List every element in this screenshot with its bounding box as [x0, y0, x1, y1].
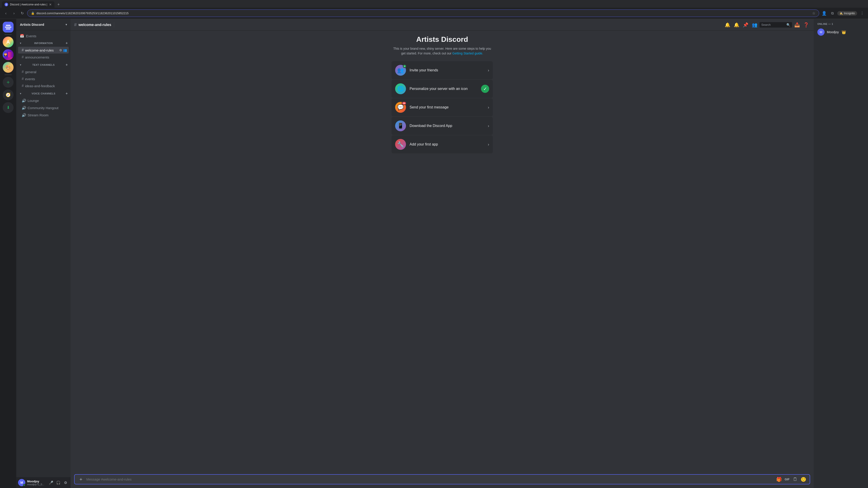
task-item-addapp[interactable]: 🔧 Add your first app ›: [392, 135, 493, 153]
gif-button[interactable]: GIF: [783, 476, 791, 483]
channel-name-general: general: [25, 70, 36, 74]
channel-header-name: welcome-and-rules: [79, 23, 111, 27]
server-icon-2[interactable]: 🌄: [3, 49, 13, 60]
download-icon: 📱: [397, 123, 404, 129]
channel-item-general[interactable]: # general: [18, 68, 69, 75]
user-avatar-icon: M: [20, 481, 23, 484]
search-box[interactable]: Search 🔍: [760, 22, 792, 28]
user-info: Moodjoy moodjoy71_0...: [27, 480, 46, 486]
browser-tabs: d Discord | #welcome-and-rules | ✕ +: [0, 0, 868, 8]
channel-item-announcements[interactable]: # announcements: [18, 54, 69, 61]
members-section-header: ONLINE — 1: [815, 23, 866, 25]
add-text-channel[interactable]: +: [65, 62, 69, 67]
incognito-badge[interactable]: 🕵 Incognito: [837, 11, 857, 15]
mute-button[interactable]: 🎤: [48, 480, 54, 486]
threads-button[interactable]: 🔔: [723, 21, 732, 29]
user-name: Moodjoy: [27, 480, 46, 483]
task-label-download: Download the Discord App: [410, 124, 484, 128]
task-item-message[interactable]: 💬 HI Send your first message ›: [392, 98, 493, 116]
text-channels-section-header[interactable]: ▾ TEXT CHANNELS +: [16, 61, 70, 68]
window-icon[interactable]: ⧉: [829, 10, 835, 17]
channel-item-ideas[interactable]: # ideas-and-feedback: [18, 83, 69, 89]
pin-button[interactable]: 📌: [741, 21, 749, 29]
download-apps-button[interactable]: ⬇: [3, 102, 13, 113]
address-bar[interactable]: 🔒 discord.com/channels/11823620100679352…: [27, 9, 819, 17]
task-icon-app: 🔧: [395, 139, 406, 150]
channel-settings-icon[interactable]: ⚙: [59, 48, 62, 52]
sticker-button[interactable]: 🗒: [792, 476, 799, 483]
message-bar: + 🎁 GIF 🗒 🙂: [70, 474, 814, 488]
text-channels-section: ▾ TEXT CHANNELS + # general # events # i…: [16, 61, 70, 89]
task-label-personalize: Personalize your server with an icon: [410, 87, 477, 91]
voice-channels-section: ▾ VOICE CHANNELS + 🔊 Lounge 🔊 Community …: [16, 90, 70, 119]
task-item-invite[interactable]: 👥 + Invite your friends ›: [392, 61, 493, 79]
notifications-button[interactable]: 🔔: [733, 21, 741, 29]
channel-item-stream-room[interactable]: 🔊 Stream Room: [18, 111, 69, 119]
task-item-personalize[interactable]: 🌐 Personalize your server with an icon ✓: [392, 80, 493, 98]
server-header[interactable]: Artists Discord ▾: [16, 19, 70, 30]
voice-channel-icon-3: 🔊: [22, 113, 26, 117]
channel-item-events[interactable]: # events: [18, 75, 69, 82]
events-label: Events: [26, 34, 36, 38]
task-arrow-download: ›: [488, 124, 489, 128]
back-button[interactable]: ‹: [3, 10, 9, 17]
events-item[interactable]: 📅 Events: [16, 32, 70, 40]
add-server-button[interactable]: +: [3, 77, 13, 88]
task-arrow-invite: ›: [488, 68, 489, 73]
url-text: discord.com/channels/1182362010067935253…: [36, 11, 810, 15]
profile-icon[interactable]: 👤: [821, 10, 827, 17]
task-label-addapp: Add your first app: [410, 142, 484, 147]
inbox-button[interactable]: 📥: [793, 21, 801, 29]
section-chevron-voice: ▾: [20, 92, 22, 95]
information-label: INFORMATION: [34, 42, 53, 44]
user-settings-button[interactable]: ⚙: [62, 480, 69, 486]
server-dropdown-icon: ▾: [66, 23, 67, 26]
status-indicator: [23, 484, 25, 486]
members-sidebar: ONLINE — 1 M Moodjoy 👑: [814, 19, 868, 488]
add-channel-information[interactable]: +: [65, 41, 69, 46]
member-item-moodjoy[interactable]: M Moodjoy 👑: [815, 27, 866, 37]
channel-members-icon[interactable]: 👥: [63, 48, 67, 52]
invite-badge: +: [403, 64, 406, 68]
emoji-button[interactable]: 🙂: [800, 476, 807, 483]
task-check-personalize: ✓: [481, 85, 489, 93]
task-item-download[interactable]: 📱 Download the Discord App ›: [392, 117, 493, 135]
user-tag: moodjoy71_0...: [27, 483, 46, 486]
new-tab-button[interactable]: +: [55, 1, 62, 8]
information-section-header[interactable]: ▾ INFORMATION +: [16, 40, 70, 46]
voice-channels-section-header[interactable]: ▾ VOICE CHANNELS +: [16, 90, 70, 97]
menu-button[interactable]: ⋮: [859, 10, 865, 17]
getting-started-link[interactable]: Getting Started guide.: [452, 52, 483, 55]
channel-name-community-hangout: Community Hangout: [28, 106, 59, 110]
discover-servers-button[interactable]: 🧭: [3, 90, 13, 100]
task-arrow-message: ›: [488, 105, 489, 110]
add-voice-channel[interactable]: +: [65, 91, 69, 96]
members-button[interactable]: 👥: [750, 21, 758, 29]
text-channel-icon-5: #: [22, 84, 24, 88]
message-badge: HI: [402, 101, 406, 105]
main-content: # welcome-and-rules 🔔 🔔 📌 👥 Search 🔍 📥 ❓…: [70, 19, 814, 488]
forward-button[interactable]: ›: [11, 10, 17, 17]
task-label-invite: Invite your friends: [410, 68, 484, 72]
help-button[interactable]: ❓: [802, 21, 810, 29]
tab-label: Discord | #welcome-and-rules |: [10, 3, 47, 6]
tab-close-button[interactable]: ✕: [49, 3, 52, 6]
server-list: A 🌄 🎨 + 🧭 ⬇: [0, 19, 16, 488]
message-add-button[interactable]: +: [77, 476, 85, 483]
server-icon-1[interactable]: A: [3, 37, 13, 47]
message-input[interactable]: [86, 475, 774, 484]
server-icon-3[interactable]: 🎨: [3, 62, 13, 73]
reload-button[interactable]: ↻: [19, 10, 25, 17]
channel-item-welcome-and-rules[interactable]: # welcome-and-rules ⚙ 👥: [18, 47, 69, 54]
gift-button[interactable]: 🎁: [775, 476, 782, 483]
voice-channels-label: VOICE CHANNELS: [32, 92, 55, 95]
personalize-icon: 🌐: [397, 86, 404, 92]
channel-item-lounge[interactable]: 🔊 Lounge: [18, 97, 69, 104]
task-icon-invite: 👥 +: [395, 65, 406, 76]
incognito-icon: 🕵: [839, 12, 843, 15]
member-avatar-moodjoy: M: [817, 29, 825, 36]
active-tab[interactable]: d Discord | #welcome-and-rules | ✕: [2, 1, 55, 8]
deafen-button[interactable]: 🎧: [55, 480, 61, 486]
discord-home-button[interactable]: [3, 22, 13, 33]
channel-item-community-hangout[interactable]: 🔊 Community Hangout: [18, 104, 69, 111]
